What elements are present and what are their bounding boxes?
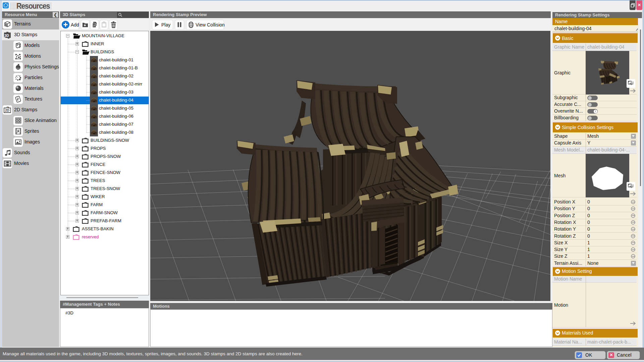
svg-text:3D: 3D bbox=[4, 34, 9, 38]
svg-text:2D: 2D bbox=[5, 109, 9, 112]
